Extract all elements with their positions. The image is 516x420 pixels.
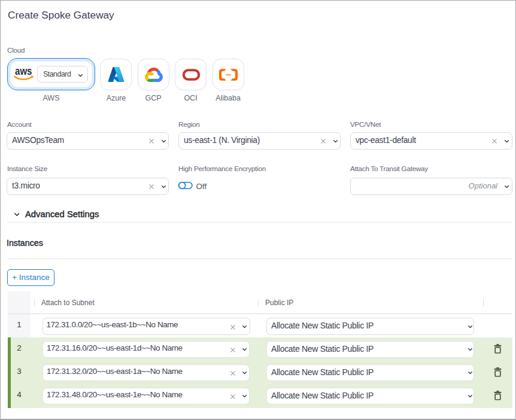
svg-text:aws: aws <box>15 65 32 77</box>
